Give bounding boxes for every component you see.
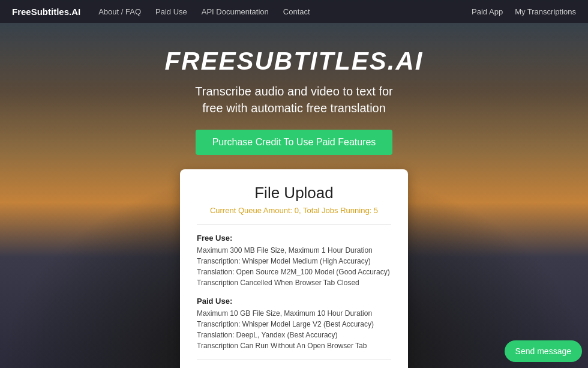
nav-links: About / FAQ Paid Use API Documentation C… — [98, 7, 454, 16]
divider-1 — [197, 225, 391, 225]
site-title: FREESUBTITLES.AI — [164, 47, 423, 76]
contact-link[interactable]: Contact — [283, 7, 310, 16]
navbar: FreeSubtitles.AI About / FAQ Paid Use AP… — [0, 0, 588, 23]
paid-use-section: Paid Use: Maximum 10 GB File Size, Maxim… — [197, 297, 391, 351]
nav-brand[interactable]: FreeSubtitles.AI — [12, 7, 80, 17]
free-use-desc: Maximum 300 MB File Size, Maximum 1 Hour… — [197, 245, 391, 288]
send-message-button[interactable]: Send message — [505, 340, 582, 362]
card-title: File Upload — [197, 184, 391, 202]
divider-2 — [197, 360, 391, 360]
api-docs-link[interactable]: API Documentation — [202, 7, 269, 16]
nav-right: Paid App My Transcriptions — [472, 7, 576, 16]
upload-card: File Upload Current Queue Amount: 0, Tot… — [180, 169, 408, 368]
free-use-section: Free Use: Maximum 300 MB File Size, Maxi… — [197, 234, 391, 288]
paid-use-label: Paid Use: — [197, 297, 391, 306]
site-subtitle: Transcribe audio and video to text for f… — [195, 83, 392, 116]
paid-app-link[interactable]: Paid App — [472, 7, 503, 16]
queue-info: Current Queue Amount: 0, Total Jobs Runn… — [197, 206, 391, 215]
paid-use-link[interactable]: Paid Use — [155, 7, 187, 16]
paid-use-desc: Maximum 10 GB File Size, Maximum 10 Hour… — [197, 308, 391, 351]
main-content: FREESUBTITLES.AI Transcribe audio and vi… — [0, 23, 588, 368]
about-faq-link[interactable]: About / FAQ — [98, 7, 141, 16]
free-use-label: Free Use: — [197, 234, 391, 243]
my-transcriptions-link[interactable]: My Transcriptions — [515, 7, 576, 16]
purchase-credit-button[interactable]: Purchase Credit To Use Paid Features — [196, 130, 393, 155]
